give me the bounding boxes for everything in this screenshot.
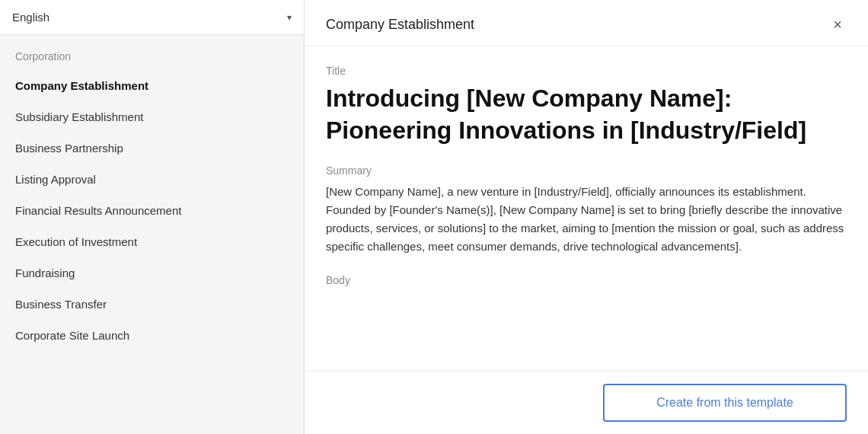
main-panel: Company Establishment × Title Introducin… <box>305 0 868 434</box>
create-from-template-button[interactable]: Create from this template <box>603 384 847 422</box>
sidebar-item-company-establishment[interactable]: Company Establishment <box>0 70 304 101</box>
summary-text: [New Company Name], a new venture in [In… <box>326 183 847 256</box>
summary-label: Summary <box>326 164 847 177</box>
panel-footer: Create from this template <box>305 371 868 434</box>
sidebar-item-fundraising[interactable]: Fundraising <box>0 257 304 289</box>
panel-title: Company Establishment <box>326 17 474 33</box>
language-label: English <box>12 11 49 24</box>
sidebar-item-business-transfer[interactable]: Business Transfer <box>0 289 304 320</box>
sidebar-content: Corporation Company Establishment Subsid… <box>0 35 304 434</box>
chevron-down-icon: ▾ <box>287 12 292 23</box>
sidebar-item-listing-approval[interactable]: Listing Approval <box>0 164 304 195</box>
close-button[interactable]: × <box>828 15 847 34</box>
sidebar-item-business-partnership[interactable]: Business Partnership <box>0 132 304 164</box>
sidebar-item-execution-of-investment[interactable]: Execution of Investment <box>0 226 304 257</box>
sidebar: English ▾ Corporation Company Establishm… <box>0 0 305 434</box>
panel-header: Company Establishment × <box>305 0 868 46</box>
sidebar-item-financial-results[interactable]: Financial Results Announcement <box>0 195 304 226</box>
language-selector[interactable]: English ▾ <box>0 0 304 35</box>
title-field-label: Title <box>326 65 847 77</box>
main-heading: Introducing [New Company Name]: Pioneeri… <box>326 83 847 146</box>
sidebar-item-subsidiary-establishment[interactable]: Subsidiary Establishment <box>0 101 304 132</box>
sidebar-item-corporate-site-launch[interactable]: Corporate Site Launch <box>0 320 304 351</box>
body-label: Body <box>326 274 847 286</box>
category-label: Corporation <box>0 50 304 62</box>
panel-body: Title Introducing [New Company Name]: Pi… <box>305 46 868 371</box>
